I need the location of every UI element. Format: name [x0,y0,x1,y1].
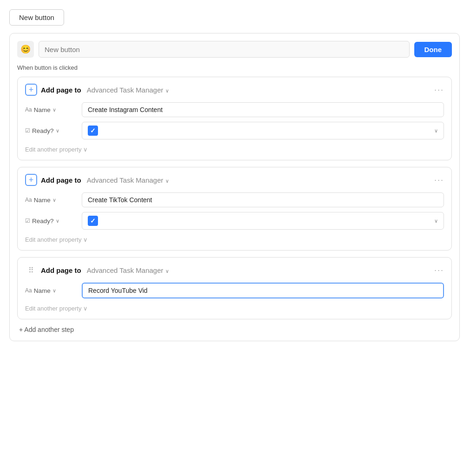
prop-label-ready-1: ☑ Ready? ∨ [25,127,76,134]
action-label-1: Add page to [41,86,81,94]
edit-another-3[interactable]: Edit another property ∨ [25,305,88,312]
checkbox-type-icon-1: ☑ [25,127,30,134]
name-label-text-1: Name [34,106,51,113]
name-label-text-3: Name [34,287,51,294]
plus-icon-2: + [25,174,37,186]
edit-another-chevron-3: ∨ [83,305,88,312]
name-type-icon-3: Aa [25,287,32,294]
name-chevron-1: ∨ [52,107,56,113]
done-button[interactable]: Done [414,42,452,57]
button-title-input[interactable] [39,41,410,58]
emoji-button[interactable]: 😊 [17,41,34,58]
checkbox-checked-2[interactable]: ✓ [88,216,98,226]
when-label: When button is clicked [17,64,452,71]
name-chevron-3: ∨ [52,288,56,294]
action-header-1: + Add page to Advanced Task Manager ∨ ··… [25,84,444,96]
header-row: 😊 Done [17,41,452,58]
emoji-icon: 😊 [20,44,31,54]
ready-value-chevron-1: ∨ [434,128,438,134]
name-type-icon-1: Aa [25,106,32,113]
more-button-3[interactable]: ··· [434,265,444,275]
ready-label-text-2: Ready? [32,218,54,225]
action-header-left-3: ⠿ Add page to Advanced Task Manager ∨ [25,264,169,276]
action-target-1: Advanced Task Manager ∨ [87,86,169,94]
action-card-1: + Add page to Advanced Task Manager ∨ ··… [17,77,452,160]
new-button-pill[interactable]: New button [9,9,64,26]
prop-row-ready-2: ☑ Ready? ∨ ✓ ∨ [25,212,444,230]
prop-value-ready-2[interactable]: ✓ ∨ [82,212,444,230]
ready-chevron-1: ∨ [56,128,59,134]
prop-label-name-2: Aa Name ∨ [25,197,76,204]
prop-row-name-2: Aa Name ∨ Create TikTok Content [25,192,444,207]
prop-row-name-3: Aa Name ∨ [25,283,444,298]
drag-icon-3: ⠿ [25,264,37,276]
chevron-icon-2: ∨ [165,178,169,184]
prop-input-name-3[interactable] [88,287,437,294]
action-target-3: Advanced Task Manager ∨ [87,266,169,274]
edit-another-1[interactable]: Edit another property ∨ [25,146,88,153]
ready-label-text-1: Ready? [32,127,54,134]
prop-row-name-1: Aa Name ∨ Create Instagram Content [25,102,444,117]
prop-row-ready-1: ☑ Ready? ∨ ✓ ∨ [25,122,444,139]
prop-value-ready-1[interactable]: ✓ ∨ [82,122,444,139]
prop-label-name-1: Aa Name ∨ [25,106,76,113]
add-step-label: + Add another step [19,326,74,333]
chevron-icon-3: ∨ [165,268,169,274]
prop-value-name-1[interactable]: Create Instagram Content [82,102,444,117]
action-header-2: + Add page to Advanced Task Manager ∨ ··… [25,174,444,186]
edit-another-2[interactable]: Edit another property ∨ [25,236,88,243]
add-step-row[interactable]: + Add another step [17,326,452,333]
prop-value-name-3-wrap[interactable] [82,283,444,298]
action-label-3: Add page to [41,266,81,274]
action-target-2: Advanced Task Manager ∨ [87,176,169,184]
action-card-2: + Add page to Advanced Task Manager ∨ ··… [17,167,452,251]
name-label-text-2: Name [34,197,51,204]
action-header-left-2: + Add page to Advanced Task Manager ∨ [25,174,169,186]
name-chevron-2: ∨ [52,197,56,203]
checkbox-checked-1[interactable]: ✓ [88,126,98,136]
ready-value-chevron-2: ∨ [434,218,438,224]
prop-label-ready-2: ☑ Ready? ∨ [25,218,76,225]
action-header-left-1: + Add page to Advanced Task Manager ∨ [25,84,169,96]
prop-value-name-2[interactable]: Create TikTok Content [82,192,444,207]
more-button-2[interactable]: ··· [434,175,444,185]
prop-label-name-3: Aa Name ∨ [25,287,76,294]
more-button-1[interactable]: ··· [434,85,444,95]
name-type-icon-2: Aa [25,197,32,203]
action-label-2: Add page to [41,176,81,184]
edit-another-chevron-1: ∨ [83,146,88,153]
new-button-label: New button [19,13,54,21]
action-card-3: ⠿ Add page to Advanced Task Manager ∨ ··… [17,257,452,319]
ready-chevron-2: ∨ [56,218,59,224]
chevron-icon-1: ∨ [165,88,169,93]
main-container: 😊 Done When button is clicked + Add page… [9,33,460,341]
plus-icon-1: + [25,84,37,96]
edit-another-chevron-2: ∨ [83,236,88,243]
checkbox-type-icon-2: ☑ [25,218,30,224]
action-header-3: ⠿ Add page to Advanced Task Manager ∨ ··… [25,264,444,276]
